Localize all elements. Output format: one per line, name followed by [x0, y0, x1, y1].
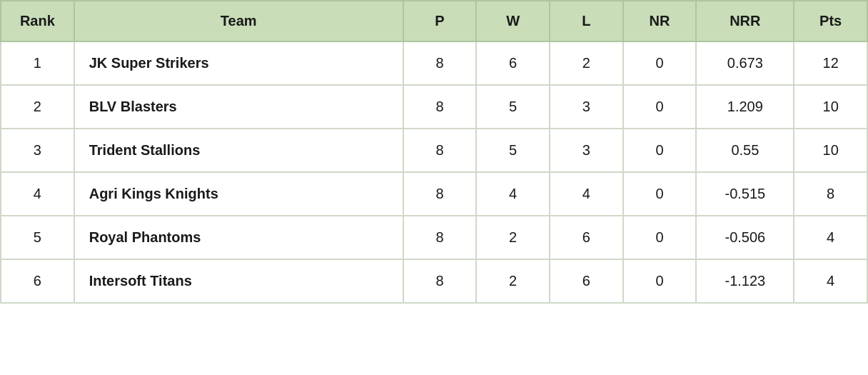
cell-w: 2: [476, 216, 550, 259]
header-nrr: NRR: [696, 1, 794, 41]
cell-pts: 10: [794, 129, 867, 172]
cell-p: 8: [403, 172, 477, 216]
table-row: 4Agri Kings Knights8440-0.5158: [1, 172, 867, 216]
cell-p: 8: [403, 41, 477, 85]
cell-p: 8: [403, 85, 477, 129]
cell-w: 5: [476, 129, 550, 172]
cell-rank: 3: [1, 129, 74, 172]
header-p: P: [403, 1, 477, 41]
table-row: 6Intersoft Titans8260-1.1234: [1, 259, 867, 303]
cell-rank: 6: [1, 259, 74, 303]
cell-nrr: -0.506: [696, 216, 794, 259]
cell-nrr: -1.123: [696, 259, 794, 303]
table-header-row: Rank Team P W L NR NRR Pts: [1, 1, 867, 41]
cell-l: 2: [550, 41, 623, 85]
cell-pts: 12: [794, 41, 867, 85]
cell-nr: 0: [623, 41, 697, 85]
cell-pts: 4: [794, 259, 867, 303]
cell-nr: 0: [623, 216, 697, 259]
header-w: W: [476, 1, 550, 41]
cell-p: 8: [403, 129, 477, 172]
cell-w: 4: [476, 172, 550, 216]
header-nr: NR: [623, 1, 697, 41]
cell-nrr: 0.673: [696, 41, 794, 85]
table-row: 2BLV Blasters85301.20910: [1, 85, 867, 129]
cell-rank: 2: [1, 85, 74, 129]
cell-l: 4: [550, 172, 623, 216]
cell-l: 6: [550, 259, 623, 303]
cell-l: 3: [550, 85, 623, 129]
cell-team: Trident Stallions: [74, 129, 403, 172]
cell-team: Royal Phantoms: [74, 216, 403, 259]
header-pts: Pts: [794, 1, 867, 41]
header-l: L: [550, 1, 623, 41]
cell-pts: 4: [794, 216, 867, 259]
cell-nrr: 1.209: [696, 85, 794, 129]
cell-nr: 0: [623, 85, 697, 129]
cell-p: 8: [403, 259, 477, 303]
header-rank: Rank: [1, 1, 74, 41]
cell-w: 5: [476, 85, 550, 129]
cell-team: JK Super Strikers: [74, 41, 403, 85]
cell-pts: 10: [794, 85, 867, 129]
cell-team: Agri Kings Knights: [74, 172, 403, 216]
table-row: 5Royal Phantoms8260-0.5064: [1, 216, 867, 259]
table-row: 1JK Super Strikers86200.67312: [1, 41, 867, 85]
cell-nr: 0: [623, 259, 697, 303]
cell-team: BLV Blasters: [74, 85, 403, 129]
table-row: 3Trident Stallions85300.5510: [1, 129, 867, 172]
cell-rank: 5: [1, 216, 74, 259]
standings-table: Rank Team P W L NR NRR Pts 1JK Super Str…: [0, 0, 868, 304]
cell-team: Intersoft Titans: [74, 259, 403, 303]
cell-pts: 8: [794, 172, 867, 216]
cell-rank: 1: [1, 41, 74, 85]
header-team: Team: [74, 1, 403, 41]
cell-w: 6: [476, 41, 550, 85]
cell-l: 6: [550, 216, 623, 259]
cell-l: 3: [550, 129, 623, 172]
cell-nrr: 0.55: [696, 129, 794, 172]
cell-rank: 4: [1, 172, 74, 216]
cell-p: 8: [403, 216, 477, 259]
cell-nr: 0: [623, 129, 697, 172]
cell-nrr: -0.515: [696, 172, 794, 216]
cell-nr: 0: [623, 172, 697, 216]
cell-w: 2: [476, 259, 550, 303]
